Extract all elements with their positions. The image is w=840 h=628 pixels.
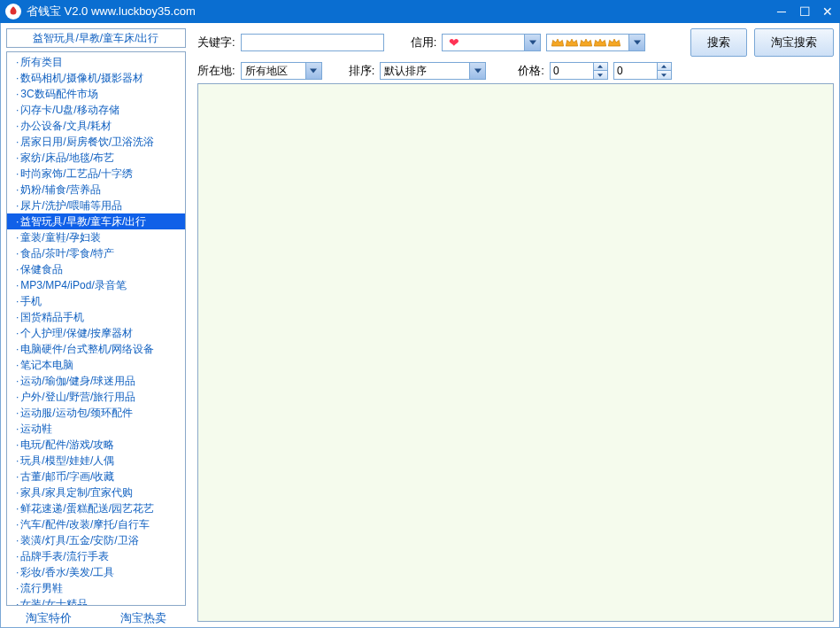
region-value: 所有地区 — [242, 64, 305, 79]
category-item[interactable]: 家具/家具定制/宜家代购 — [7, 485, 185, 500]
category-item[interactable]: 保健食品 — [7, 261, 185, 277]
category-item[interactable]: MP3/MP4/iPod/录音笔 — [7, 277, 185, 293]
app-logo-icon — [5, 4, 21, 19]
heart-icon: ❤ — [449, 35, 459, 50]
credit-to-dropdown[interactable] — [546, 34, 645, 51]
category-item[interactable]: 彩妆/香水/美发/工具 — [7, 564, 185, 580]
category-item[interactable]: 食品/茶叶/零食/特产 — [7, 245, 185, 261]
titlebar: 省钱宝 V2.0 www.luckboy35.com ─ ☐ ✕ — [0, 0, 840, 23]
crown-icon — [593, 36, 607, 49]
sidebar-tabs: 淘宝特价 淘宝热卖 — [1, 608, 191, 627]
crown-icon — [579, 36, 593, 49]
crown-icon — [607, 36, 621, 49]
category-item[interactable]: 居家日用/厨房餐饮/卫浴洗浴 — [7, 134, 185, 150]
results-panel — [197, 83, 834, 622]
sort-dropdown[interactable]: 默认排序 — [380, 62, 486, 80]
dropdown-arrow-icon[interactable] — [469, 63, 485, 79]
category-item[interactable]: 国货精品手机 — [7, 309, 185, 325]
price-to-input[interactable] — [613, 62, 658, 80]
tab-taobao-special[interactable]: 淘宝特价 — [1, 609, 96, 627]
keyword-input[interactable] — [241, 34, 384, 51]
price-from-spinner[interactable] — [594, 62, 608, 80]
sidebar-header: 益智玩具/早教/童车床/出行 — [6, 28, 186, 48]
region-label: 所在地: — [197, 63, 235, 79]
category-item[interactable]: 所有类目 — [7, 54, 185, 70]
spinner-up-icon[interactable] — [658, 63, 671, 71]
category-item[interactable]: 3C数码配件市场 — [7, 86, 185, 102]
close-button[interactable]: ✕ — [821, 4, 835, 19]
category-item[interactable]: 时尚家饰/工艺品/十字绣 — [7, 166, 185, 182]
category-item[interactable]: 手机 — [7, 293, 185, 309]
dropdown-arrow-icon[interactable] — [305, 63, 321, 79]
category-item[interactable]: 鲜花速递/蛋糕配送/园艺花艺 — [7, 500, 185, 516]
category-item[interactable]: 户外/登山/野营/旅行用品 — [7, 389, 185, 405]
category-item[interactable]: 电脑硬件/台式整机/网络设备 — [7, 341, 185, 357]
keyword-label: 关键字: — [197, 35, 235, 50]
category-item[interactable]: 个人护理/保健/按摩器材 — [7, 325, 185, 341]
price-label: 价格: — [518, 63, 544, 79]
content-area: 关键字: 信用: ❤ — [192, 23, 839, 627]
category-item[interactable]: 运动鞋 — [7, 421, 185, 437]
price-from-input[interactable] — [550, 62, 594, 80]
category-item[interactable]: 尿片/洗护/喂哺等用品 — [7, 198, 185, 213]
category-item[interactable]: 流行男鞋 — [7, 580, 185, 596]
category-item[interactable]: 运动服/运动包/颈环配件 — [7, 405, 185, 421]
search-toolbar: 关键字: 信用: ❤ — [197, 28, 834, 80]
window-title: 省钱宝 V2.0 www.luckboy35.com — [27, 4, 774, 19]
credit-from-dropdown[interactable]: ❤ — [442, 34, 541, 51]
category-item[interactable]: 家纺/床品/地毯/布艺 — [7, 150, 185, 166]
dropdown-arrow-icon[interactable] — [524, 35, 540, 50]
category-item[interactable]: 笔记本电脑 — [7, 357, 185, 373]
category-item[interactable]: 奶粉/辅食/营养品 — [7, 182, 185, 198]
taobao-search-button[interactable]: 淘宝搜索 — [754, 28, 834, 57]
category-item[interactable]: 童装/童鞋/孕妇装 — [7, 229, 185, 245]
region-dropdown[interactable]: 所有地区 — [241, 62, 322, 80]
spinner-down-icon[interactable] — [594, 71, 607, 79]
minimize-button[interactable]: ─ — [774, 4, 789, 19]
spinner-down-icon[interactable] — [658, 71, 671, 79]
tab-taobao-hot[interactable]: 淘宝热卖 — [96, 609, 192, 627]
search-button[interactable]: 搜索 — [690, 28, 747, 57]
category-item[interactable]: 益智玩具/早教/童车床/出行 — [7, 213, 185, 229]
maximize-button[interactable]: ☐ — [798, 4, 812, 19]
category-item[interactable]: 玩具/模型/娃娃/人偶 — [7, 453, 185, 469]
sort-value: 默认排序 — [381, 64, 469, 79]
category-item[interactable]: 品牌手表/流行手表 — [7, 548, 185, 564]
category-item[interactable]: 办公设备/文具/耗材 — [7, 118, 185, 134]
sort-label: 排序: — [349, 63, 375, 79]
credit-label: 信用: — [411, 35, 437, 50]
sidebar: 益智玩具/早教/童车床/出行 所有类目数码相机/摄像机/摄影器材3C数码配件市场… — [1, 23, 192, 627]
dropdown-arrow-icon[interactable] — [628, 35, 644, 50]
category-item[interactable]: 装潢/灯具/五金/安防/卫浴 — [7, 532, 185, 548]
category-item[interactable]: 运动/瑜伽/健身/球迷用品 — [7, 373, 185, 389]
category-list[interactable]: 所有类目数码相机/摄像机/摄影器材3C数码配件市场闪存卡/U盘/移动存储办公设备… — [6, 51, 186, 606]
category-item[interactable]: 汽车/配件/改装/摩托/自行车 — [7, 516, 185, 532]
category-item[interactable]: 女装/女士精品 — [7, 596, 185, 606]
category-item[interactable]: 闪存卡/U盘/移动存储 — [7, 102, 185, 118]
price-to-spinner[interactable] — [658, 62, 672, 80]
crown-icon — [551, 36, 565, 49]
category-item[interactable]: 数码相机/摄像机/摄影器材 — [7, 70, 185, 86]
spinner-up-icon[interactable] — [594, 63, 607, 71]
category-item[interactable]: 古董/邮币/字画/收藏 — [7, 469, 185, 485]
crown-icon — [565, 36, 579, 49]
category-item[interactable]: 电玩/配件/游戏/攻略 — [7, 437, 185, 453]
